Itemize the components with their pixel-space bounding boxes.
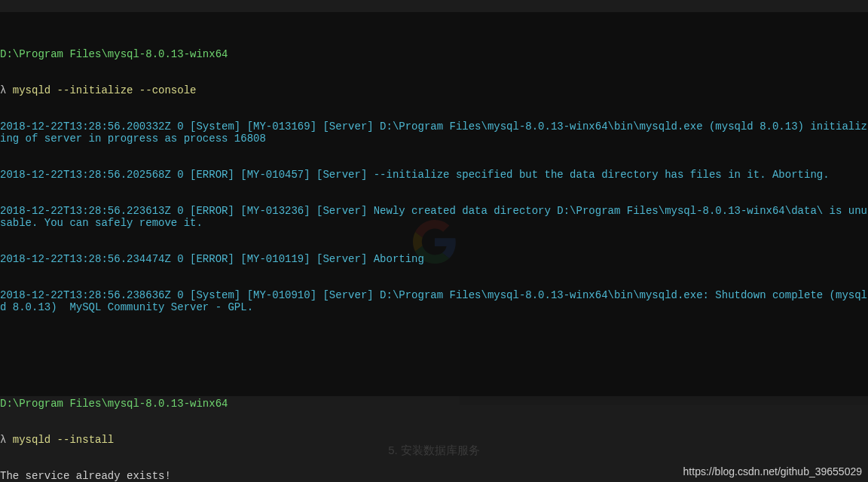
command-input: mysqld --initialize --console: [13, 84, 197, 96]
log-line: 2018-12-22T13:28:56.234474Z 0 [ERROR] [M…: [0, 253, 868, 265]
log-line: 2018-12-22T13:28:56.238636Z 0 [System] […: [0, 289, 868, 313]
prompt-lambda: λ: [0, 84, 6, 96]
command-input: mysqld --install: [13, 434, 114, 446]
watermark-text: https://blog.csdn.net/github_39655029: [683, 465, 862, 477]
prompt-line[interactable]: λ mysqld --install: [0, 434, 868, 446]
log-line: 2018-12-22T13:28:56.223613Z 0 [ERROR] [M…: [0, 205, 868, 229]
prompt-line[interactable]: λ mysqld --initialize --console: [0, 84, 868, 96]
prompt-lambda: λ: [0, 434, 6, 446]
cwd-path: D:\Program Files\mysql-8.0.13-winx64: [0, 48, 868, 60]
log-line: 2018-12-22T13:28:56.200332Z 0 [System] […: [0, 120, 868, 145]
cwd-path: D:\Program Files\mysql-8.0.13-winx64: [0, 398, 868, 410]
terminal-window[interactable]: D:\Program Files\mysql-8.0.13-winx64 λ m…: [0, 12, 868, 396]
log-line: 2018-12-22T13:28:56.202568Z 0 [ERROR] [M…: [0, 169, 868, 181]
blank-line: [0, 337, 868, 349]
